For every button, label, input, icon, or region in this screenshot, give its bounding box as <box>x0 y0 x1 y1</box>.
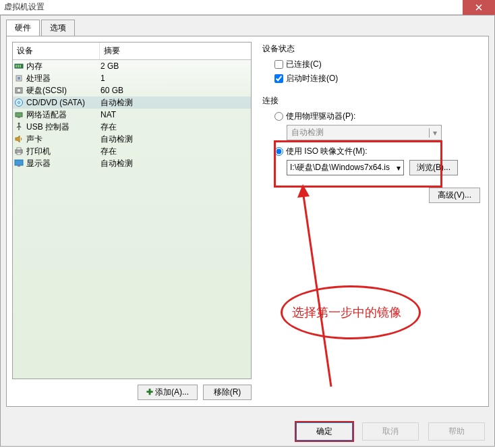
display-icon <box>14 159 24 168</box>
device-summary: 自动检测 <box>100 134 250 145</box>
help-button[interactable]: 帮助 <box>428 422 485 441</box>
device-summary: NAT <box>100 110 250 119</box>
tab-bar: 硬件 选项 <box>1 16 494 36</box>
table-row[interactable]: 网络适配器NAT <box>13 109 251 121</box>
use-iso-label: 使用 ISO 映像文件(M): <box>286 146 368 157</box>
device-name: CD/DVD (SATA) <box>26 98 85 107</box>
printer-icon <box>14 146 24 156</box>
iso-path-combo[interactable]: I:\硬盘\D盘\Windows7x64.is ▾ <box>287 160 404 175</box>
table-row[interactable]: 打印机存在 <box>13 145 251 157</box>
header-summary: 摘要 <box>99 43 251 59</box>
tab-panel: 设备 摘要 内存2 GB处理器1硬盘(SCSI)60 GBCD/DVD (SAT… <box>6 36 489 407</box>
add-button[interactable]: ✚ 添加(A)... <box>138 385 198 400</box>
device-summary: 自动检测 <box>100 97 250 109</box>
close-icon <box>475 4 482 11</box>
tab-options[interactable]: 选项 <box>41 20 75 36</box>
cd-icon <box>14 98 24 107</box>
device-name: 打印机 <box>26 146 51 157</box>
table-row[interactable]: CD/DVD (SATA)自动检测 <box>13 96 251 109</box>
device-name: 网络适配器 <box>26 109 67 121</box>
device-name: 声卡 <box>26 134 42 145</box>
header-device: 设备 <box>13 43 99 59</box>
device-summary: 自动检测 <box>100 158 250 169</box>
ok-button[interactable]: 确定 <box>296 422 353 441</box>
chevron-down-icon: ▾ <box>397 163 401 173</box>
table-row[interactable]: USB 控制器存在 <box>13 121 251 133</box>
device-name: 硬盘(SCSI) <box>26 85 67 96</box>
device-name: 内存 <box>26 61 42 72</box>
svg-rect-2 <box>18 65 19 67</box>
device-summary: 2 GB <box>100 61 250 71</box>
device-summary: 60 GB <box>100 86 250 95</box>
connect-at-poweron-checkbox[interactable] <box>274 74 283 83</box>
svg-rect-10 <box>16 113 22 117</box>
device-name: USB 控制器 <box>26 121 69 133</box>
left-column: 设备 摘要 内存2 GB处理器1硬盘(SCSI)60 GBCD/DVD (SAT… <box>12 42 252 401</box>
device-summary: 1 <box>100 74 250 83</box>
usb-icon <box>14 122 24 132</box>
close-button[interactable] <box>463 0 495 15</box>
svg-point-12 <box>18 123 20 125</box>
window-title: 虚拟机设置 <box>4 1 45 13</box>
cancel-button[interactable]: 取消 <box>362 422 419 441</box>
device-name: 显示器 <box>26 158 51 169</box>
table-row[interactable]: 声卡自动检测 <box>13 133 251 145</box>
device-name: 处理器 <box>26 73 51 84</box>
svg-rect-11 <box>18 117 20 118</box>
svg-rect-5 <box>18 77 20 80</box>
table-row[interactable]: 处理器1 <box>13 72 251 84</box>
dialog-footer: 确定 取消 帮助 <box>296 422 485 441</box>
table-row[interactable]: 硬盘(SCSI)60 GB <box>13 84 251 96</box>
right-column: 设备状态 已连接(C) 启动时连接(O) 连接 使用物理驱动器(P): 自动检测 <box>258 42 483 401</box>
svg-point-9 <box>18 102 20 104</box>
table-row[interactable]: 显示器自动检测 <box>13 157 251 169</box>
svg-rect-17 <box>18 165 20 167</box>
cpu-icon <box>14 74 24 83</box>
advanced-button[interactable]: 高级(V)... <box>429 188 480 203</box>
use-physical-label: 使用物理驱动器(P): <box>286 111 355 122</box>
physical-drive-combo[interactable]: 自动检测 ▾ <box>287 125 442 140</box>
connect-at-poweron-label: 启动时连接(O) <box>286 73 338 84</box>
connected-checkbox[interactable] <box>274 60 283 69</box>
device-summary: 存在 <box>100 121 250 133</box>
svg-rect-3 <box>20 65 21 67</box>
memory-icon <box>14 61 24 71</box>
remove-button[interactable]: 移除(R) <box>203 385 252 400</box>
dialog-body: 硬件 选项 设备 摘要 内存2 GB处理器1硬盘(SCSI)60 GBCD/DV… <box>0 15 495 447</box>
sound-icon <box>14 134 24 144</box>
device-table: 设备 摘要 内存2 GB处理器1硬盘(SCSI)60 GBCD/DVD (SAT… <box>12 42 252 379</box>
browse-button[interactable]: 浏览(B)... <box>409 160 458 175</box>
tab-hardware[interactable]: 硬件 <box>6 20 40 36</box>
table-header: 设备 摘要 <box>13 43 251 60</box>
connected-label: 已连接(C) <box>286 59 322 70</box>
disk-icon <box>14 86 24 95</box>
titlebar: 虚拟机设置 <box>0 0 495 15</box>
chevron-down-icon: ▾ <box>429 128 437 138</box>
device-summary: 存在 <box>100 146 250 157</box>
table-row[interactable]: 内存2 GB <box>13 60 251 72</box>
net-icon <box>14 110 24 119</box>
use-iso-radio[interactable] <box>274 147 283 156</box>
svg-rect-14 <box>17 148 21 150</box>
svg-rect-15 <box>17 152 21 155</box>
svg-point-7 <box>17 88 21 92</box>
connection-label: 连接 <box>262 95 483 107</box>
add-icon: ✚ <box>146 387 153 397</box>
device-status-label: 设备状态 <box>262 43 483 55</box>
svg-rect-16 <box>15 160 23 165</box>
use-physical-radio[interactable] <box>274 112 283 121</box>
svg-rect-1 <box>16 65 17 67</box>
